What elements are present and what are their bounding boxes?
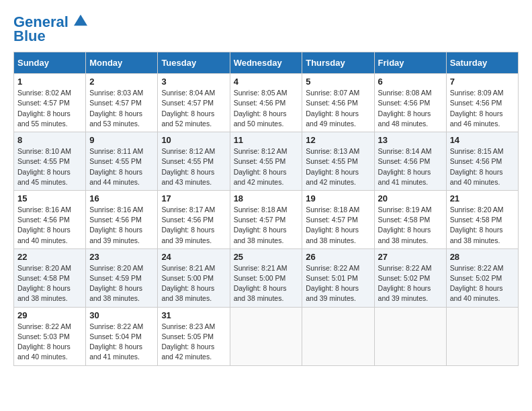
calendar-cell: 29 Sunrise: 8:22 AMSunset: 5:03 PMDaylig… <box>14 307 86 365</box>
day-info: Sunrise: 8:02 AMSunset: 4:57 PMDaylight:… <box>17 88 82 129</box>
calendar-cell: 18 Sunrise: 8:18 AMSunset: 4:57 PMDaylig… <box>230 190 302 248</box>
day-number: 3 <box>161 77 226 87</box>
weekday-header-saturday: Saturday <box>446 52 518 74</box>
day-info: Sunrise: 8:22 AMSunset: 5:01 PMDaylight:… <box>306 263 370 304</box>
day-info: Sunrise: 8:19 AMSunset: 4:58 PMDaylight:… <box>378 205 443 246</box>
calendar-cell <box>374 307 446 365</box>
day-number: 7 <box>450 77 515 87</box>
day-info: Sunrise: 8:13 AMSunset: 4:55 PMDaylight:… <box>306 146 370 187</box>
calendar-week-3: 15 Sunrise: 8:16 AMSunset: 4:56 PMDaylig… <box>14 190 519 248</box>
calendar-cell: 10 Sunrise: 8:12 AMSunset: 4:55 PMDaylig… <box>158 132 230 191</box>
day-info: Sunrise: 8:04 AMSunset: 4:57 PMDaylight:… <box>161 88 226 129</box>
day-number: 29 <box>17 310 82 320</box>
day-info: Sunrise: 8:18 AMSunset: 4:57 PMDaylight:… <box>234 205 299 246</box>
weekday-header-tuesday: Tuesday <box>158 52 230 74</box>
day-info: Sunrise: 8:10 AMSunset: 4:55 PMDaylight:… <box>17 146 82 187</box>
logo: General Blue <box>13 13 87 45</box>
day-number: 27 <box>378 252 443 262</box>
day-info: Sunrise: 8:22 AMSunset: 5:02 PMDaylight:… <box>378 263 443 304</box>
calendar-cell: 22 Sunrise: 8:20 AMSunset: 4:58 PMDaylig… <box>14 248 86 307</box>
day-number: 19 <box>306 193 370 203</box>
day-info: Sunrise: 8:14 AMSunset: 4:56 PMDaylight:… <box>378 146 443 187</box>
day-number: 8 <box>17 135 82 145</box>
day-info: Sunrise: 8:12 AMSunset: 4:55 PMDaylight:… <box>234 146 299 187</box>
calendar-table: SundayMondayTuesdayWednesdayThursdayFrid… <box>13 52 519 365</box>
day-info: Sunrise: 8:11 AMSunset: 4:55 PMDaylight:… <box>89 146 154 187</box>
day-number: 20 <box>378 193 443 203</box>
day-number: 15 <box>17 193 82 203</box>
day-number: 18 <box>234 193 299 203</box>
calendar-week-1: 1 Sunrise: 8:02 AMSunset: 4:57 PMDayligh… <box>14 74 519 132</box>
calendar-cell: 16 Sunrise: 8:16 AMSunset: 4:56 PMDaylig… <box>86 190 158 248</box>
calendar-cell: 4 Sunrise: 8:05 AMSunset: 4:56 PMDayligh… <box>230 74 302 132</box>
day-info: Sunrise: 8:16 AMSunset: 4:56 PMDaylight:… <box>17 205 82 246</box>
calendar-cell <box>302 307 374 365</box>
svg-marker-0 <box>74 15 87 26</box>
day-number: 6 <box>378 77 443 87</box>
day-info: Sunrise: 8:22 AMSunset: 5:02 PMDaylight:… <box>450 263 515 304</box>
logo-icon <box>74 13 87 27</box>
day-number: 14 <box>450 135 515 145</box>
weekday-header-friday: Friday <box>374 52 446 74</box>
day-info: Sunrise: 8:18 AMSunset: 4:57 PMDaylight:… <box>306 205 370 246</box>
day-number: 2 <box>89 77 154 87</box>
calendar-cell: 15 Sunrise: 8:16 AMSunset: 4:56 PMDaylig… <box>14 190 86 248</box>
day-info: Sunrise: 8:20 AMSunset: 4:59 PMDaylight:… <box>89 263 154 304</box>
calendar-cell: 25 Sunrise: 8:21 AMSunset: 5:00 PMDaylig… <box>230 248 302 307</box>
calendar-cell <box>230 307 302 365</box>
calendar-cell: 14 Sunrise: 8:15 AMSunset: 4:56 PMDaylig… <box>446 132 518 191</box>
day-info: Sunrise: 8:23 AMSunset: 5:05 PMDaylight:… <box>161 322 226 363</box>
calendar-week-5: 29 Sunrise: 8:22 AMSunset: 5:03 PMDaylig… <box>14 307 519 365</box>
calendar-cell: 27 Sunrise: 8:22 AMSunset: 5:02 PMDaylig… <box>374 248 446 307</box>
calendar-cell: 6 Sunrise: 8:08 AMSunset: 4:56 PMDayligh… <box>374 74 446 132</box>
day-info: Sunrise: 8:08 AMSunset: 4:56 PMDaylight:… <box>378 88 443 129</box>
day-number: 25 <box>234 252 299 262</box>
day-number: 11 <box>234 135 299 145</box>
day-info: Sunrise: 8:05 AMSunset: 4:56 PMDaylight:… <box>234 88 299 129</box>
day-info: Sunrise: 8:22 AMSunset: 5:04 PMDaylight:… <box>89 322 154 363</box>
day-info: Sunrise: 8:20 AMSunset: 4:58 PMDaylight:… <box>450 205 515 246</box>
calendar-cell: 11 Sunrise: 8:12 AMSunset: 4:55 PMDaylig… <box>230 132 302 191</box>
day-number: 13 <box>378 135 443 145</box>
day-number: 12 <box>306 135 370 145</box>
weekday-header-monday: Monday <box>86 52 158 74</box>
calendar-cell: 7 Sunrise: 8:09 AMSunset: 4:56 PMDayligh… <box>446 74 518 132</box>
calendar-cell: 20 Sunrise: 8:19 AMSunset: 4:58 PMDaylig… <box>374 190 446 248</box>
day-number: 1 <box>17 77 82 87</box>
day-number: 17 <box>161 193 226 203</box>
calendar-cell: 31 Sunrise: 8:23 AMSunset: 5:05 PMDaylig… <box>158 307 230 365</box>
day-info: Sunrise: 8:17 AMSunset: 4:56 PMDaylight:… <box>161 205 226 246</box>
calendar-cell: 9 Sunrise: 8:11 AMSunset: 4:55 PMDayligh… <box>86 132 158 191</box>
day-number: 23 <box>89 252 154 262</box>
calendar-cell: 26 Sunrise: 8:22 AMSunset: 5:01 PMDaylig… <box>302 248 374 307</box>
calendar-cell: 24 Sunrise: 8:21 AMSunset: 5:00 PMDaylig… <box>158 248 230 307</box>
day-number: 9 <box>89 135 154 145</box>
day-number: 4 <box>234 77 299 87</box>
weekday-header-row: SundayMondayTuesdayWednesdayThursdayFrid… <box>14 52 519 74</box>
day-number: 31 <box>161 310 226 320</box>
calendar-cell <box>446 307 518 365</box>
day-number: 10 <box>161 135 226 145</box>
calendar-week-4: 22 Sunrise: 8:20 AMSunset: 4:58 PMDaylig… <box>14 248 519 307</box>
day-number: 28 <box>450 252 515 262</box>
day-info: Sunrise: 8:07 AMSunset: 4:56 PMDaylight:… <box>306 88 370 129</box>
weekday-header-sunday: Sunday <box>14 52 86 74</box>
day-number: 30 <box>89 310 154 320</box>
calendar-cell: 3 Sunrise: 8:04 AMSunset: 4:57 PMDayligh… <box>158 74 230 132</box>
day-number: 5 <box>306 77 370 87</box>
calendar-cell: 5 Sunrise: 8:07 AMSunset: 4:56 PMDayligh… <box>302 74 374 132</box>
calendar-week-2: 8 Sunrise: 8:10 AMSunset: 4:55 PMDayligh… <box>14 132 519 191</box>
day-number: 16 <box>89 193 154 203</box>
page-header: General Blue <box>13 13 519 45</box>
calendar-cell: 23 Sunrise: 8:20 AMSunset: 4:59 PMDaylig… <box>86 248 158 307</box>
day-info: Sunrise: 8:15 AMSunset: 4:56 PMDaylight:… <box>450 146 515 187</box>
weekday-header-wednesday: Wednesday <box>230 52 302 74</box>
calendar-cell: 17 Sunrise: 8:17 AMSunset: 4:56 PMDaylig… <box>158 190 230 248</box>
calendar-cell: 2 Sunrise: 8:03 AMSunset: 4:57 PMDayligh… <box>86 74 158 132</box>
day-number: 26 <box>306 252 370 262</box>
day-info: Sunrise: 8:12 AMSunset: 4:55 PMDaylight:… <box>161 146 226 187</box>
day-info: Sunrise: 8:20 AMSunset: 4:58 PMDaylight:… <box>17 263 82 304</box>
day-number: 24 <box>161 252 226 262</box>
day-number: 22 <box>17 252 82 262</box>
calendar-cell: 19 Sunrise: 8:18 AMSunset: 4:57 PMDaylig… <box>302 190 374 248</box>
